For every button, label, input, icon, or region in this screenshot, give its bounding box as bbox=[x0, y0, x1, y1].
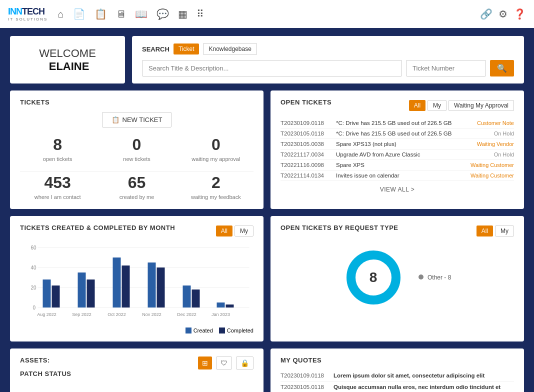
welcome-text: WELCOME ELAINE bbox=[20, 47, 115, 73]
open-tickets-title: OPEN TICKETS bbox=[280, 98, 332, 106]
filter-all-button[interactable]: All bbox=[409, 100, 426, 111]
bar-aug-created bbox=[43, 280, 51, 308]
quote-desc: Quisque accumsan nulla eros, nec interdu… bbox=[334, 384, 514, 390]
legend-completed: Completed bbox=[219, 328, 254, 334]
monitor-icon[interactable]: 🖥 bbox=[116, 8, 126, 20]
donut-chart-header: OPEN TICKETS BY REQUEST TYPE All My bbox=[280, 224, 514, 238]
ticket-status: Waiting Vendor bbox=[477, 141, 514, 147]
ticket-id: T20230109.0118 bbox=[280, 120, 333, 126]
row-4: ASSETS: PATCH STATUS ⊞ 🛡 🔒 bbox=[10, 348, 524, 392]
patch-lock-button[interactable]: 🔒 bbox=[236, 356, 254, 370]
stat-feedback: 2 waiting my feedback bbox=[178, 174, 254, 201]
logo: INNTECH IT SOLUTIONS bbox=[8, 6, 48, 22]
knowledgebase-button[interactable]: Knowledgebase bbox=[203, 43, 256, 55]
chart-legend: Created Completed bbox=[20, 328, 254, 334]
bar-chart-area: 60 40 20 0 Aug 2022 bbox=[20, 244, 254, 334]
stat-waiting-approval: 0 waiting my approval bbox=[178, 136, 254, 163]
open-tickets-list: T20230109.0118 *C: Drive has 215.5 GB us… bbox=[280, 118, 514, 181]
donut-chart-title: OPEN TICKETS BY REQUEST TYPE bbox=[280, 224, 398, 232]
ticket-status: Waiting Customer bbox=[470, 172, 514, 178]
search-go-button[interactable]: 🔍 bbox=[490, 60, 514, 76]
patch-header: ASSETS: PATCH STATUS ⊞ 🛡 🔒 bbox=[20, 356, 254, 384]
donut-filter-all[interactable]: All bbox=[476, 226, 493, 236]
stat-open-tickets: 8 open tickets bbox=[20, 136, 95, 163]
donut-filter-my[interactable]: My bbox=[495, 226, 514, 236]
filter-my-button[interactable]: My bbox=[428, 100, 446, 111]
help-icon[interactable]: ❓ bbox=[514, 8, 526, 20]
logo-text: INNTECH bbox=[8, 6, 48, 17]
ticket-desc: Spare XPS bbox=[336, 162, 468, 168]
grid-icon[interactable]: ⠿ bbox=[196, 8, 204, 20]
new-ticket-button[interactable]: 📋 NEW TICKET bbox=[102, 112, 172, 128]
ticket-status: On Hold bbox=[494, 152, 514, 158]
legend-created-box bbox=[186, 328, 192, 334]
svg-text:Dec 2022: Dec 2022 bbox=[177, 312, 196, 317]
ticket-row: T20230105.0118 *C: Drive has 215.5 GB us… bbox=[280, 128, 514, 139]
open-tickets-view-all[interactable]: VIEW ALL > bbox=[280, 186, 514, 193]
ticket-row: T20221116.0098 Spare XPS Waiting Custome… bbox=[280, 160, 514, 170]
legend-created-label: Created bbox=[194, 328, 213, 334]
stat-open-label: open tickets bbox=[43, 156, 72, 162]
row-1: WELCOME ELAINE SEARCH Ticket Knowledgeba… bbox=[10, 36, 524, 84]
bar-chart-title: TICKETS CREATED & COMPLETED BY MONTH bbox=[20, 224, 175, 232]
stat-open-value: 8 bbox=[20, 136, 95, 154]
layout-icon[interactable]: ▦ bbox=[178, 8, 188, 20]
ticket-status: Waiting Customer bbox=[470, 162, 514, 168]
search-card: SEARCH Ticket Knowledgebase 🔍 bbox=[132, 36, 524, 84]
donut-legend-dot bbox=[418, 274, 424, 280]
header: INNTECH IT SOLUTIONS ⌂ 📄 📋 🖥 📖 💬 ▦ ⠿ 🔗 ⚙… bbox=[0, 0, 534, 28]
bar-filter-all[interactable]: All bbox=[216, 226, 232, 236]
bar-chart-header: TICKETS CREATED & COMPLETED BY MONTH All… bbox=[20, 224, 254, 238]
legend-completed-label: Completed bbox=[227, 328, 254, 334]
search-input[interactable] bbox=[142, 60, 402, 76]
chat-icon[interactable]: 💬 bbox=[156, 8, 169, 20]
ticket-desc: Spare XPS13 (not plus) bbox=[336, 141, 474, 147]
ticket-id: T20221117.0034 bbox=[280, 152, 333, 158]
patch-shield-button[interactable]: 🛡 bbox=[216, 356, 232, 370]
patch-grid-button[interactable]: ⊞ bbox=[198, 356, 212, 370]
patch-card: ASSETS: PATCH STATUS ⊞ 🛡 🔒 bbox=[10, 348, 264, 392]
ticket-row: T20230109.0118 *C: Drive has 215.5 GB us… bbox=[280, 118, 514, 128]
settings-icon[interactable]: ⚙ bbox=[498, 8, 508, 20]
document-icon[interactable]: 📄 bbox=[73, 8, 86, 20]
home-icon[interactable]: ⌂ bbox=[58, 8, 64, 20]
welcome-card: WELCOME ELAINE bbox=[10, 36, 125, 84]
ticket-desc: Invites issue on calendar bbox=[336, 172, 468, 178]
bar-chart-card: TICKETS CREATED & COMPLETED BY MONTH All… bbox=[10, 216, 264, 342]
ticket-id: T20221116.0098 bbox=[280, 162, 333, 168]
donut-filters: All My bbox=[476, 226, 514, 236]
donut-center-value: 8 bbox=[370, 270, 378, 286]
ticket-id: T20221114.0134 bbox=[280, 172, 333, 178]
legend-created: Created bbox=[186, 328, 213, 334]
search-title: SEARCH bbox=[142, 46, 170, 53]
link-icon[interactable]: 🔗 bbox=[480, 8, 492, 20]
header-right: 🔗 ⚙ ❓ bbox=[480, 8, 526, 20]
clipboard-icon[interactable]: 📋 bbox=[94, 8, 107, 20]
filter-waiting-button[interactable]: Waiting My Approval bbox=[448, 100, 514, 111]
quote-row: T20230105.0118 Quisque accumsan nulla er… bbox=[280, 382, 514, 392]
quotes-card: MY QUOTES T20230109.0118 Lorem ipsum dol… bbox=[270, 348, 524, 392]
stat-contact: 453 where I am contact bbox=[20, 174, 95, 201]
ticket-row: T20221117.0034 Upgrade AVD from Azure Cl… bbox=[280, 150, 514, 160]
ticket-number-input[interactable] bbox=[406, 60, 486, 76]
svg-text:60: 60 bbox=[31, 245, 37, 250]
open-tickets-card: OPEN TICKETS All My Waiting My Approval … bbox=[270, 90, 524, 209]
bar-dec-completed bbox=[192, 290, 200, 308]
search-label: SEARCH Ticket Knowledgebase bbox=[142, 43, 514, 55]
book-icon[interactable]: 📖 bbox=[135, 8, 148, 20]
ticket-button[interactable]: Ticket bbox=[174, 44, 200, 54]
new-ticket-icon: 📋 bbox=[112, 116, 120, 124]
bar-filter-my[interactable]: My bbox=[234, 226, 254, 236]
bar-sep-created bbox=[78, 272, 86, 308]
row-3: TICKETS CREATED & COMPLETED BY MONTH All… bbox=[10, 216, 524, 342]
legend-completed-box bbox=[219, 328, 225, 334]
stat-contact-label: where I am contact bbox=[34, 194, 81, 200]
stat-new-value: 0 bbox=[99, 136, 174, 154]
bar-chart-filters: All My bbox=[216, 226, 254, 236]
patch-title: ASSETS: bbox=[20, 356, 72, 364]
donut-legend-item: Other - 8 bbox=[418, 274, 452, 281]
search-row: 🔍 bbox=[142, 60, 514, 76]
ticket-stats-row1: 8 open tickets 0 new tickets 0 waiting m… bbox=[20, 136, 254, 163]
bar-nov-completed bbox=[157, 268, 165, 308]
ticket-status: Customer Note bbox=[477, 120, 514, 126]
